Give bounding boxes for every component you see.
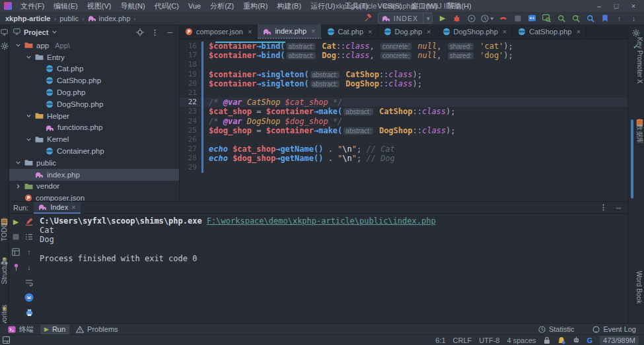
tree-item-functions-php[interactable]: functions.php — [9, 122, 179, 134]
tree-item-catshop-php[interactable]: CatShop.php — [9, 75, 179, 86]
stripe-label-key-promoter-x[interactable]: Key Promoter X — [631, 57, 644, 64]
toolwindow-button-problems[interactable]: Problems — [72, 325, 122, 334]
lock-icon[interactable] — [544, 336, 550, 344]
tab-close-icon[interactable]: × — [311, 27, 315, 35]
line-number[interactable]: 27 — [180, 144, 197, 154]
memory-indicator[interactable]: 473/989M — [600, 336, 639, 345]
tab-close-icon[interactable]: × — [248, 28, 252, 36]
tab-dogshop-php[interactable]: DogShop.php× — [437, 24, 513, 39]
code-editor[interactable]: 16$container→bind(abstract: Cat::class, … — [180, 40, 627, 173]
list-button[interactable] — [24, 232, 34, 242]
menu-item[interactable]: Vue — [184, 0, 205, 12]
tree-item-public[interactable]: public — [9, 157, 179, 169]
tree-item-entry[interactable]: Entry — [9, 51, 179, 63]
indent-setting[interactable]: 4 spaces — [507, 336, 536, 344]
tool-windows-icon[interactable] — [3, 336, 10, 344]
google-translate-icon[interactable]: G — [587, 336, 593, 344]
clear-button[interactable] — [24, 216, 34, 227]
line-number[interactable]: 29 — [180, 163, 197, 172]
pin-button[interactable] — [11, 262, 21, 272]
editor-area[interactable]: composer.json×index.php×Cat.php×Dog.php×… — [180, 25, 627, 201]
editor-settings-button[interactable] — [632, 29, 640, 37]
tab-close-icon[interactable]: × — [368, 28, 372, 36]
notifications-icon[interactable] — [557, 336, 565, 344]
tree-item-dog-php[interactable]: Dog.php — [9, 86, 179, 98]
stripe-label-structure[interactable]: Structure — [0, 257, 9, 274]
attach-button[interactable] — [498, 13, 508, 24]
rerun-button[interactable]: ▶ — [11, 216, 21, 227]
toolwindow-button-event-log[interactable]: Event Log — [589, 325, 640, 334]
hide-panel-button[interactable]: ─ — [614, 202, 624, 213]
breadcrumb-item[interactable]: xkphp-article — [5, 15, 50, 22]
tree-item-app[interactable]: appApp\ — [9, 40, 179, 51]
tab-close-icon[interactable]: × — [427, 28, 431, 36]
gear-icon[interactable] — [1, 42, 9, 50]
project-title[interactable]: Project — [24, 28, 48, 36]
line-ending[interactable]: CRLF — [453, 336, 472, 344]
console-file-link[interactable]: F:\workspace\demo\xkphp-article\public\i… — [207, 216, 436, 226]
tab-close-icon[interactable]: × — [503, 28, 507, 36]
menu-item[interactable]: 重构(R) — [238, 0, 272, 12]
options-menu-button[interactable]: ⋮ — [150, 27, 160, 38]
search-green-button[interactable] — [556, 13, 566, 24]
line-number[interactable]: 28 — [180, 154, 197, 163]
locate-file-button[interactable] — [135, 27, 145, 38]
run-button[interactable]: ▶ — [437, 13, 447, 24]
tool-window-icon[interactable] — [1, 29, 8, 36]
menu-item[interactable]: 导航(N) — [116, 0, 149, 12]
menu-item[interactable]: 编辑(E) — [49, 0, 83, 12]
tree-item-kernel[interactable]: Kernel — [9, 133, 179, 145]
line-number[interactable]: 22 — [180, 98, 197, 107]
hide-panel-button[interactable]: ─ — [165, 27, 175, 38]
plugin-button[interactable] — [527, 13, 537, 24]
breadcrumb-item[interactable]: index.php — [99, 15, 131, 22]
toolwindow-button-终端[interactable]: 终端 — [4, 325, 38, 334]
line-number[interactable]: 16 — [180, 42, 197, 51]
line-number[interactable]: 26 — [180, 135, 197, 144]
tree-item-vendor[interactable]: vendor — [9, 181, 179, 193]
chevron-down-icon[interactable]: ▾ — [427, 15, 430, 22]
stripe-label-favorites[interactable]: ★Favorites — [0, 305, 9, 322]
bookmark-button[interactable] — [600, 13, 610, 24]
line-number[interactable]: 23 — [180, 107, 197, 116]
stripe-label-todo[interactable]: TODO — [0, 218, 9, 235]
menu-item[interactable]: 构建(B) — [272, 0, 306, 12]
breadcrumb-item[interactable]: public — [59, 15, 79, 22]
debug-button[interactable] — [452, 13, 462, 24]
options-menu-button[interactable]: ⋮ — [598, 202, 608, 213]
minimize-button[interactable]: – — [591, 0, 607, 12]
search-blue-button[interactable] — [585, 13, 595, 24]
nav-down-button[interactable]: ↓ — [629, 13, 639, 24]
file-encoding[interactable]: UTF-8 — [479, 336, 499, 344]
menu-item[interactable]: 文件(F) — [16, 0, 49, 12]
line-number[interactable]: 19 — [180, 70, 197, 79]
tab-close-icon[interactable]: × — [576, 28, 580, 36]
tree-item-container-php[interactable]: Container.php — [9, 145, 179, 157]
tree-item-helper[interactable]: Helper — [9, 110, 179, 122]
line-number[interactable]: 20 — [180, 79, 197, 88]
tree-item-composer-json[interactable]: composer.json — [9, 192, 179, 201]
scroll-end-button[interactable] — [24, 292, 34, 303]
run-tab-index[interactable]: Index× — [34, 202, 80, 214]
coverage-button[interactable] — [466, 13, 476, 24]
maximize-button[interactable]: □ — [608, 0, 624, 12]
menu-item[interactable]: 分析(Z) — [205, 0, 238, 12]
line-number[interactable]: 24 — [180, 117, 197, 126]
find-in-files-button[interactable] — [542, 13, 552, 24]
stop-button[interactable] — [11, 232, 21, 242]
menu-item[interactable]: 运行(U) — [306, 0, 340, 12]
tree-item-cat-php[interactable]: Cat.php — [9, 63, 179, 75]
restore-layout-button[interactable] — [11, 247, 21, 257]
tab-cat-php[interactable]: Cat.php× — [322, 24, 378, 39]
tab-index-php[interactable]: index.php× — [258, 24, 321, 39]
caret-position[interactable]: 6:1 — [435, 336, 445, 344]
toolwindow-button-run[interactable]: ▶Run — [40, 325, 69, 334]
replace-button[interactable] — [571, 13, 581, 24]
line-number[interactable]: 25 — [180, 126, 197, 135]
menu-item[interactable]: 代码(C) — [150, 0, 184, 12]
line-number[interactable]: 17 — [180, 51, 197, 60]
line-number[interactable]: 21 — [180, 88, 197, 98]
tree-item-index-php[interactable]: index.php — [9, 169, 179, 181]
tree-item-dogshop-php[interactable]: DogShop.php — [9, 98, 179, 110]
line-number[interactable]: 18 — [180, 60, 197, 69]
